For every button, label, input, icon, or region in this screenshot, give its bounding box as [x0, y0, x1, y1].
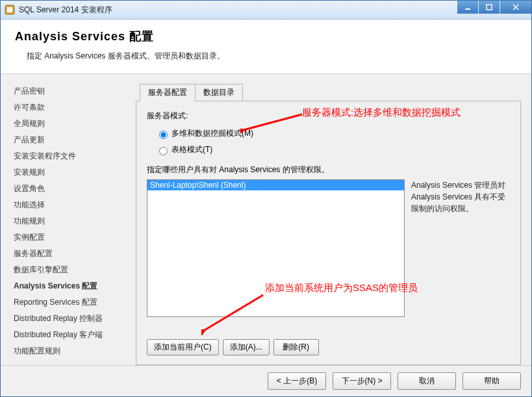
tab[interactable]: 数据目录 — [195, 84, 243, 101]
next-button[interactable]: 下一步(N) > — [333, 372, 391, 390]
tab-strip: 服务器配置数据目录 — [140, 83, 525, 101]
radio-tabular-input[interactable] — [159, 147, 168, 155]
add-user-button[interactable]: 添加(A)... — [223, 339, 270, 355]
admin-user-entry[interactable]: Shenl-Laptop\Shenl (Shenl) — [147, 180, 404, 190]
config-panel: 服务器模式: 多维和数据挖掘模式(M) 表格模式(T) 指定哪些用户具有对 An… — [136, 101, 521, 365]
radio-multidim[interactable]: 多维和数据挖掘模式(M) — [156, 128, 510, 139]
window-title: SQL Server 2014 安装程序 — [19, 5, 457, 16]
sidebar-item[interactable]: Analysis Services 配置 — [14, 278, 133, 294]
add-current-user-button[interactable]: 添加当前用户(C) — [147, 339, 219, 355]
wizard-footer: < 上一步(B) 下一步(N) > 取消 帮助 — [1, 365, 531, 396]
admin-row: Shenl-Laptop\Shenl (Shenl) Analysis Serv… — [147, 179, 510, 334]
remove-user-button[interactable]: 删除(R) — [273, 339, 319, 355]
sidebar-item[interactable]: 服务器配置 — [14, 246, 133, 262]
page-title: Analysis Services 配置 — [15, 29, 517, 44]
sidebar-item[interactable]: 功能规则 — [14, 213, 133, 229]
close-button[interactable] — [500, 1, 531, 14]
radio-tabular[interactable]: 表格模式(T) — [156, 144, 510, 155]
radio-multidim-label: 多维和数据挖掘模式(M) — [171, 128, 253, 139]
user-button-row: 添加当前用户(C) 添加(A)... 删除(R) — [147, 339, 510, 355]
svg-rect-1 — [7, 7, 12, 12]
back-button[interactable]: < 上一步(B) — [268, 372, 326, 390]
installer-window: SQL Server 2014 安装程序 Analysis Services 配… — [0, 0, 532, 397]
help-button[interactable]: 帮助 — [462, 372, 521, 390]
admin-description: Analysis Services 管理员对 Analysis Services… — [411, 179, 510, 334]
permissions-label: 指定哪些用户具有对 Analysis Services 的管理权限。 — [147, 164, 510, 175]
sidebar-item[interactable]: 设置角色 — [14, 181, 133, 197]
body: 产品密钥许可条款全局规则产品更新安装安装程序文件安装规则设置角色功能选择功能规则… — [1, 74, 531, 365]
maximize-button[interactable] — [479, 1, 500, 14]
panel-inner: 服务器模式: 多维和数据挖掘模式(M) 表格模式(T) 指定哪些用户具有对 An… — [136, 101, 520, 365]
minimize-button[interactable] — [457, 1, 478, 14]
svg-rect-3 — [487, 5, 492, 10]
sidebar-item[interactable]: 产品更新 — [14, 132, 133, 148]
admin-listbox[interactable]: Shenl-Laptop\Shenl (Shenl) — [147, 179, 405, 317]
sidebar-item[interactable]: Distributed Replay 客户端 — [14, 327, 133, 343]
page-subtitle: 指定 Analysis Services 服务器模式、管理员和数据目录。 — [27, 51, 517, 62]
sidebar-item[interactable]: 功能配置规则 — [14, 343, 133, 359]
window-controls — [457, 1, 531, 14]
sidebar-item[interactable]: 全局规则 — [14, 116, 133, 132]
sidebar-item[interactable]: 产品密钥 — [14, 83, 133, 99]
radio-tabular-label: 表格模式(T) — [171, 144, 212, 155]
sidebar-item[interactable]: 安装安装程序文件 — [14, 148, 133, 164]
sidebar-item[interactable]: Reporting Services 配置 — [14, 294, 133, 311]
server-mode-label: 服务器模式: — [147, 110, 510, 122]
sidebar-item[interactable]: 实例配置 — [14, 229, 133, 246]
sidebar-item[interactable]: 许可条款 — [14, 99, 133, 116]
page-header: Analysis Services 配置 指定 Analysis Service… — [1, 19, 531, 74]
content: 服务器配置数据目录 服务器模式: 多维和数据挖掘模式(M) 表格模式(T) 指定… — [136, 74, 531, 365]
radio-multidim-input[interactable] — [159, 131, 168, 139]
sidebar: 产品密钥许可条款全局规则产品更新安装安装程序文件安装规则设置角色功能选择功能规则… — [1, 74, 136, 365]
sidebar-item[interactable]: Distributed Replay 控制器 — [14, 311, 133, 327]
app-icon — [5, 5, 15, 15]
sidebar-item[interactable]: 安装规则 — [14, 164, 133, 181]
sidebar-item[interactable]: 数据库引擎配置 — [14, 262, 133, 278]
sidebar-item[interactable]: 功能选择 — [14, 197, 133, 213]
cancel-button[interactable]: 取消 — [398, 372, 456, 390]
title-bar: SQL Server 2014 安装程序 — [1, 1, 531, 19]
tab[interactable]: 服务器配置 — [140, 84, 196, 101]
